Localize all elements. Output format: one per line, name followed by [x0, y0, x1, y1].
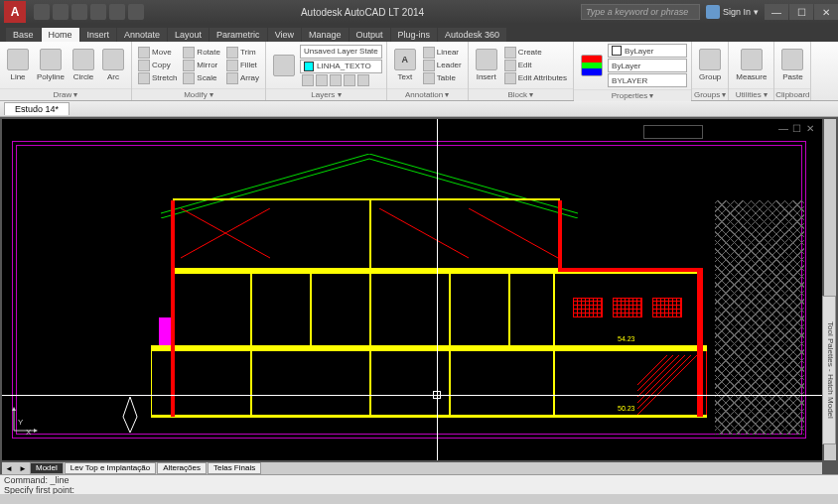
- column: [449, 274, 451, 345]
- view-minimize-icon[interactable]: —: [778, 123, 788, 133]
- svg-line-4: [637, 355, 697, 415]
- tab-manage[interactable]: Manage: [302, 28, 349, 42]
- text-button[interactable]: AText: [391, 47, 419, 83]
- signin-button[interactable]: Sign In ▾: [706, 5, 759, 19]
- view-maximize-icon[interactable]: ☐: [792, 123, 802, 133]
- panel-groups-label[interactable]: Groups ▾: [692, 88, 728, 100]
- scroll-left-icon[interactable]: ◄: [2, 464, 16, 473]
- layers-icon: [273, 55, 295, 76]
- swatches-icon: [581, 55, 603, 76]
- panel-utilities: Measure Utilities ▾: [729, 42, 774, 100]
- panel-draw: Line Polyline Circle Arc Draw ▾: [0, 42, 132, 100]
- color-combo[interactable]: ByLayer: [608, 44, 687, 58]
- lineweight-combo[interactable]: ByLayer: [608, 59, 687, 72]
- move-button[interactable]: Move: [136, 47, 179, 59]
- fillet-button[interactable]: Fillet: [224, 60, 261, 71]
- layout-tab-2[interactable]: Alterações: [157, 462, 207, 474]
- panel-draw-label[interactable]: Draw ▾: [0, 88, 131, 100]
- qat-undo-icon[interactable]: [90, 4, 106, 20]
- panel-annotation-label[interactable]: Annotation ▾: [387, 88, 468, 100]
- mirror-button[interactable]: Mirror: [181, 60, 222, 71]
- circle-icon: [72, 49, 94, 70]
- arc-button[interactable]: Arc: [99, 47, 127, 83]
- line-icon: [7, 49, 29, 70]
- circle-button[interactable]: Circle: [70, 47, 97, 83]
- match-props-button[interactable]: [578, 53, 606, 78]
- minimize-button[interactable]: —: [765, 4, 788, 20]
- layer-tool-icon[interactable]: [302, 74, 314, 86]
- tab-insert[interactable]: Insert: [80, 28, 117, 42]
- navigation-bar[interactable]: [643, 125, 703, 139]
- roof-truss-left: [181, 208, 359, 268]
- app-logo[interactable]: A: [4, 1, 26, 23]
- edit-block-button[interactable]: Edit: [502, 60, 569, 71]
- tab-home[interactable]: Home: [42, 28, 79, 42]
- layer-state-combo[interactable]: Unsaved Layer State: [300, 45, 382, 59]
- document-tab[interactable]: Estudo 14*: [4, 102, 70, 115]
- panel-block-label[interactable]: Block ▾: [469, 88, 573, 100]
- layer-current-combo[interactable]: LINHA_TEXTO: [300, 60, 382, 73]
- column: [310, 274, 312, 345]
- table-button[interactable]: Table: [421, 72, 464, 84]
- wall-right-upper: [558, 200, 562, 270]
- paste-button[interactable]: Paste: [778, 47, 806, 83]
- copy-button[interactable]: Copy: [136, 60, 179, 71]
- panel-utilities-label[interactable]: Utilities ▾: [729, 88, 773, 100]
- linear-dim-button[interactable]: Linear: [421, 47, 464, 59]
- qat-save-icon[interactable]: [71, 4, 87, 20]
- polyline-button[interactable]: Polyline: [34, 47, 68, 83]
- tab-layout[interactable]: Layout: [168, 28, 209, 42]
- qat-open-icon[interactable]: [53, 4, 69, 20]
- qat-print-icon[interactable]: [128, 4, 144, 20]
- layer-tool-icon[interactable]: [357, 74, 369, 86]
- layer-tool-icon[interactable]: [344, 74, 355, 86]
- panel-clipboard-label[interactable]: Clipboard: [774, 88, 810, 100]
- help-search-input[interactable]: Type a keyword or phrase: [581, 4, 700, 20]
- tab-plugins[interactable]: Plug-ins: [391, 28, 438, 42]
- panel-properties: ByLayer ByLayer BYLAYER Properties ▾: [574, 42, 692, 100]
- scale-button[interactable]: Scale: [181, 72, 222, 84]
- close-button[interactable]: ✕: [814, 4, 838, 20]
- command-line[interactable]: Command: _line Specify first point:: [0, 474, 838, 494]
- line-button[interactable]: Line: [4, 47, 32, 83]
- status-bar[interactable]: [0, 494, 838, 504]
- layout-tab-3[interactable]: Telas Finais: [208, 462, 261, 474]
- tool-palettes-tab[interactable]: Tool Palettes - Hatch Model: [822, 296, 836, 444]
- panel-modify-label[interactable]: Modify ▾: [132, 88, 265, 100]
- panel-layers: Unsaved Layer State LINHA_TEXTO Layers ▾: [266, 42, 387, 100]
- tab-annotate[interactable]: Annotate: [117, 28, 167, 42]
- layout-tab-1[interactable]: Lev Top e Implantação: [65, 462, 156, 474]
- stretch-button[interactable]: Stretch: [136, 72, 179, 84]
- tab-view[interactable]: View: [268, 28, 301, 42]
- trim-button[interactable]: Trim: [224, 47, 261, 59]
- qat-redo-icon[interactable]: [109, 4, 125, 20]
- tab-autodesk360[interactable]: Autodesk 360: [438, 28, 506, 42]
- svg-line-9: [637, 355, 667, 385]
- maximize-button[interactable]: ☐: [789, 4, 813, 20]
- chevron-down-icon: ▾: [754, 7, 759, 17]
- tab-output[interactable]: Output: [349, 28, 390, 42]
- group-button[interactable]: Group: [696, 47, 724, 83]
- drawing-canvas[interactable]: — ☐ ✕: [2, 119, 822, 460]
- layer-tool-icon[interactable]: [330, 74, 342, 86]
- layer-properties-button[interactable]: [270, 53, 298, 78]
- ribbon: Line Polyline Circle Arc Draw ▾ Move Cop…: [0, 42, 838, 101]
- layout-tab-model[interactable]: Model: [30, 462, 64, 474]
- leader-button[interactable]: Leader: [421, 60, 464, 71]
- tab-parametric[interactable]: Parametric: [210, 28, 267, 42]
- linetype-combo[interactable]: BYLAYER: [608, 73, 687, 87]
- layer-tool-icon[interactable]: [316, 74, 328, 86]
- scroll-right-icon[interactable]: ►: [16, 464, 30, 473]
- array-button[interactable]: Array: [224, 72, 261, 84]
- qat-new-icon[interactable]: [34, 4, 50, 20]
- edit-attr-button[interactable]: Edit Attributes: [502, 72, 569, 84]
- panel-properties-label[interactable]: Properties ▾: [574, 89, 691, 101]
- create-block-button[interactable]: Create: [502, 47, 569, 59]
- measure-button[interactable]: Measure: [733, 47, 769, 83]
- insert-block-button[interactable]: Insert: [473, 47, 500, 83]
- view-close-icon[interactable]: ✕: [806, 123, 816, 133]
- tab-base[interactable]: Base: [6, 28, 41, 42]
- panel-modify: Move Copy Stretch Rotate Mirror Scale Tr…: [132, 42, 266, 100]
- panel-layers-label[interactable]: Layers ▾: [266, 88, 386, 100]
- rotate-button[interactable]: Rotate: [181, 47, 222, 59]
